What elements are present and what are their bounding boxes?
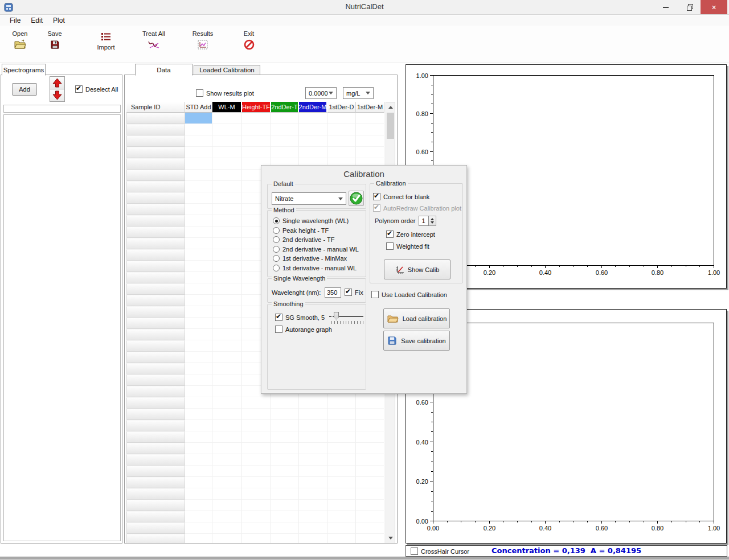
table-cell[interactable] bbox=[185, 511, 212, 522]
table-cell[interactable] bbox=[271, 409, 299, 420]
table-cell[interactable] bbox=[327, 477, 356, 488]
table-cell[interactable] bbox=[185, 329, 212, 340]
load-calibration-button[interactable]: Load calibration bbox=[383, 308, 450, 328]
slider-thumb[interactable] bbox=[334, 312, 339, 320]
table-cell[interactable] bbox=[185, 192, 212, 204]
fix-checkbox[interactable]: Fix bbox=[345, 289, 363, 296]
table-cell[interactable] bbox=[299, 500, 327, 511]
row-header-cell[interactable] bbox=[126, 158, 185, 170]
table-cell[interactable] bbox=[242, 488, 271, 500]
table-cell[interactable] bbox=[327, 409, 356, 420]
table-cell[interactable] bbox=[327, 488, 356, 500]
table-cell[interactable] bbox=[212, 147, 242, 158]
row-header-cell[interactable] bbox=[126, 352, 185, 363]
method-radio-3[interactable]: 2nd derivative - manual WL bbox=[273, 246, 366, 253]
table-cell[interactable] bbox=[212, 477, 242, 488]
row-header-cell[interactable] bbox=[126, 431, 185, 443]
column-header-2ndder-m[interactable]: 2ndDer-M bbox=[299, 102, 327, 113]
polynom-order-spinner[interactable]: 1 bbox=[419, 216, 436, 226]
table-cell[interactable] bbox=[356, 124, 384, 135]
table-cell[interactable] bbox=[356, 488, 384, 500]
row-header-cell[interactable] bbox=[126, 466, 185, 477]
table-cell[interactable] bbox=[356, 397, 384, 409]
table-cell[interactable] bbox=[185, 409, 212, 420]
toolbar-results-button[interactable]: Results bbox=[185, 30, 221, 60]
column-header-1stder-d[interactable]: 1stDer-D bbox=[327, 102, 356, 113]
table-cell[interactable] bbox=[185, 431, 212, 443]
table-cell[interactable] bbox=[212, 511, 242, 522]
table-cell[interactable] bbox=[212, 386, 242, 397]
menu-file[interactable]: File bbox=[5, 17, 26, 24]
table-cell[interactable] bbox=[185, 318, 212, 329]
table-cell[interactable] bbox=[185, 147, 212, 158]
table-cell[interactable] bbox=[327, 500, 356, 511]
table-cell[interactable] bbox=[299, 147, 327, 158]
table-cell[interactable] bbox=[212, 352, 242, 363]
table-cell[interactable] bbox=[185, 352, 212, 363]
row-header-cell[interactable] bbox=[126, 306, 185, 318]
table-cell[interactable] bbox=[299, 511, 327, 522]
table-cell[interactable] bbox=[356, 511, 384, 522]
value-select[interactable]: 0.0000 bbox=[305, 87, 337, 99]
table-cell[interactable] bbox=[271, 488, 299, 500]
table-cell[interactable] bbox=[271, 534, 299, 543]
table-cell[interactable] bbox=[242, 454, 271, 466]
table-cell[interactable] bbox=[185, 204, 212, 215]
table-cell[interactable] bbox=[212, 363, 242, 374]
toolbar-exit-button[interactable]: Exit bbox=[231, 30, 267, 60]
row-header-cell[interactable] bbox=[126, 215, 185, 227]
table-cell[interactable] bbox=[185, 227, 212, 238]
toolbar-import-button[interactable]: Import bbox=[88, 30, 124, 60]
menu-plot[interactable]: Plot bbox=[48, 17, 70, 24]
row-header-cell[interactable] bbox=[126, 500, 185, 511]
table-cell[interactable] bbox=[242, 409, 271, 420]
table-cell[interactable] bbox=[212, 409, 242, 420]
table-cell[interactable] bbox=[185, 420, 212, 431]
row-header-cell[interactable] bbox=[126, 443, 185, 454]
table-cell[interactable] bbox=[242, 534, 271, 543]
table-cell[interactable] bbox=[212, 397, 242, 409]
table-cell[interactable] bbox=[356, 113, 384, 124]
spectrogram-filter-input[interactable] bbox=[3, 105, 121, 113]
weighted-fit-checkbox[interactable]: Weighted fit bbox=[386, 242, 429, 250]
table-cell[interactable] bbox=[212, 238, 242, 249]
table-cell[interactable] bbox=[212, 522, 242, 534]
row-header-cell[interactable] bbox=[126, 454, 185, 466]
row-header-cell[interactable] bbox=[126, 477, 185, 488]
table-cell[interactable] bbox=[242, 477, 271, 488]
table-cell[interactable] bbox=[299, 135, 327, 147]
table-cell[interactable] bbox=[212, 249, 242, 261]
table-cell[interactable] bbox=[185, 488, 212, 500]
wavelength-input[interactable] bbox=[325, 287, 341, 298]
table-cell[interactable] bbox=[327, 511, 356, 522]
table-cell[interactable] bbox=[242, 147, 271, 158]
table-cell[interactable] bbox=[356, 522, 384, 534]
table-cell[interactable] bbox=[271, 420, 299, 431]
table-cell[interactable] bbox=[356, 431, 384, 443]
table-cell[interactable] bbox=[242, 500, 271, 511]
table-cell[interactable] bbox=[212, 295, 242, 306]
smoothing-slider[interactable] bbox=[329, 311, 363, 324]
move-up-button[interactable] bbox=[50, 76, 65, 89]
table-cell[interactable] bbox=[212, 306, 242, 318]
table-cell[interactable] bbox=[356, 443, 384, 454]
table-cell[interactable] bbox=[356, 454, 384, 466]
table-cell[interactable] bbox=[185, 238, 212, 249]
row-header-cell[interactable] bbox=[126, 204, 185, 215]
table-cell[interactable] bbox=[185, 363, 212, 374]
table-cell[interactable] bbox=[212, 192, 242, 204]
scroll-down-button[interactable] bbox=[386, 533, 395, 543]
table-cell[interactable] bbox=[185, 386, 212, 397]
table-cell[interactable] bbox=[271, 466, 299, 477]
table-cell[interactable] bbox=[356, 135, 384, 147]
table-cell[interactable] bbox=[242, 420, 271, 431]
column-header-sample-id[interactable]: Sample ID bbox=[126, 102, 185, 113]
row-header-cell[interactable] bbox=[126, 318, 185, 329]
table-cell[interactable] bbox=[299, 466, 327, 477]
table-cell[interactable] bbox=[212, 500, 242, 511]
scroll-up-button[interactable] bbox=[386, 102, 395, 112]
method-radio-0[interactable]: Single wavelength (WL) bbox=[273, 217, 366, 224]
table-cell[interactable] bbox=[327, 443, 356, 454]
table-cell[interactable] bbox=[185, 113, 212, 124]
table-cell[interactable] bbox=[299, 454, 327, 466]
